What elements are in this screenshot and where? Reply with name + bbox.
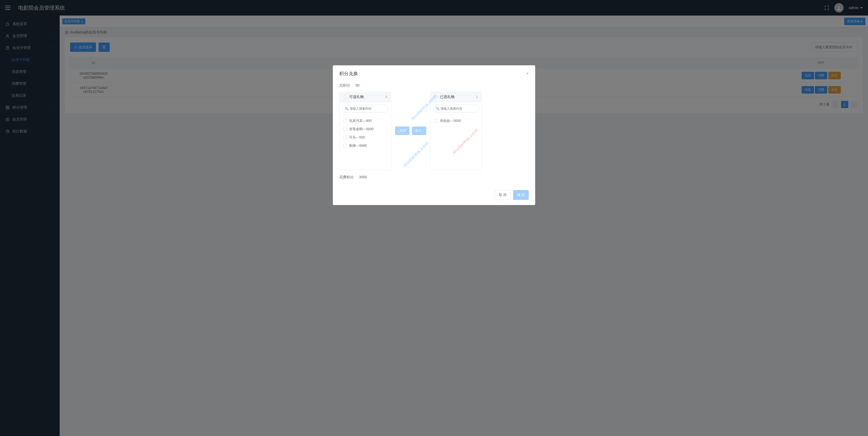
selected-gifts-panel: 已选礼物 1 🔍 布娃娃---3000 [430, 92, 482, 170]
close-icon[interactable]: × [526, 71, 529, 76]
confirm-button[interactable]: 确 定 [513, 190, 529, 200]
checkbox[interactable] [343, 136, 347, 139]
watermark: mudaima.com [402, 140, 430, 168]
panel-count: 1 [476, 95, 478, 99]
checkbox[interactable] [343, 95, 347, 99]
chevron-right-icon: › [422, 129, 423, 133]
gift-item[interactable]: 航模---6666 [340, 141, 391, 150]
panel-title: 可选礼物 [349, 95, 364, 99]
checkbox[interactable] [434, 119, 438, 123]
checkbox[interactable] [343, 127, 347, 131]
chevron-left-icon: ‹ [398, 129, 399, 133]
cost-label: 花费积分 [339, 175, 354, 180]
search-icon: 🔍 [436, 107, 439, 110]
modal-title: 积分兑换 [339, 70, 358, 77]
gift-item[interactable]: 可乐---500 [340, 133, 391, 141]
cancel-button[interactable]: 取 消 [495, 190, 511, 200]
total-points-label: 总积分 [339, 83, 350, 88]
total-points-value: 30 [355, 83, 360, 88]
gift-item[interactable]: 玩具汽车---900 [340, 116, 391, 125]
checkbox[interactable] [343, 144, 347, 147]
cost-value: 3000 [359, 175, 367, 180]
search-icon: 🔍 [345, 107, 349, 110]
available-search-input[interactable] [342, 105, 389, 112]
panel-title: 已选礼物 [440, 95, 455, 99]
points-exchange-modal: 积分兑换 × 总积分 30 可选礼物 4 🔍 玩具汽车---900 变形金刚--… [333, 65, 535, 205]
panel-count: 4 [385, 95, 387, 99]
move-left-button[interactable]: ‹ 收回 [395, 127, 409, 135]
move-right-button[interactable]: 选入 › [412, 127, 426, 135]
checkbox[interactable] [434, 95, 438, 99]
checkbox[interactable] [343, 119, 347, 123]
gift-item[interactable]: 变形金刚---5000 [340, 125, 391, 133]
available-gifts-panel: 可选礼物 4 🔍 玩具汽车---900 变形金刚---5000 可乐---500… [339, 92, 391, 170]
selected-search-input[interactable] [433, 105, 479, 112]
gift-item[interactable]: 布娃娃---3000 [430, 116, 482, 125]
